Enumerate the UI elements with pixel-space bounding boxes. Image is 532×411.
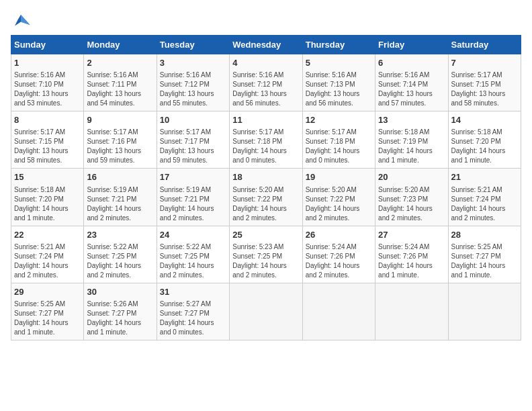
day-info: Sunrise: 5:23 AM Sunset: 7:25 PM Dayligh… (232, 242, 299, 280)
day-number: 15 (14, 171, 81, 183)
day-number: 21 (451, 171, 518, 183)
day-info: Sunrise: 5:17 AM Sunset: 7:17 PM Dayligh… (160, 128, 226, 165)
day-info: Sunrise: 5:22 AM Sunset: 7:25 PM Dayligh… (87, 242, 153, 280)
day-info: Sunrise: 5:17 AM Sunset: 7:15 PM Dayligh… (14, 128, 81, 165)
logo-icon (11, 11, 31, 31)
week-row-1: 1Sunrise: 5:16 AM Sunset: 7:10 PM Daylig… (11, 54, 521, 111)
calendar-cell: 2Sunrise: 5:16 AM Sunset: 7:11 PM Daylig… (84, 54, 157, 111)
day-number: 6 (378, 57, 445, 69)
svg-marker-1 (21, 15, 30, 25)
day-info: Sunrise: 5:21 AM Sunset: 7:24 PM Dayligh… (451, 185, 518, 223)
week-row-5: 29Sunrise: 5:25 AM Sunset: 7:27 PM Dayli… (11, 283, 521, 340)
day-number: 27 (378, 229, 445, 241)
day-number: 20 (378, 171, 445, 183)
day-number: 13 (378, 114, 445, 126)
calendar-cell: 20Sunrise: 5:20 AM Sunset: 7:23 PM Dayli… (375, 169, 448, 226)
calendar-cell: 11Sunrise: 5:17 AM Sunset: 7:18 PM Dayli… (230, 111, 302, 169)
day-info: Sunrise: 5:17 AM Sunset: 7:16 PM Dayligh… (87, 128, 153, 165)
calendar-cell: 10Sunrise: 5:17 AM Sunset: 7:17 PM Dayli… (157, 111, 229, 169)
day-info: Sunrise: 5:17 AM Sunset: 7:18 PM Dayligh… (232, 128, 299, 165)
day-number: 7 (451, 57, 518, 69)
day-number: 24 (160, 229, 226, 241)
day-number: 29 (14, 286, 81, 298)
week-row-2: 8Sunrise: 5:17 AM Sunset: 7:15 PM Daylig… (11, 111, 521, 169)
calendar-cell: 5Sunrise: 5:16 AM Sunset: 7:13 PM Daylig… (302, 54, 375, 111)
day-info: Sunrise: 5:24 AM Sunset: 7:26 PM Dayligh… (378, 242, 445, 280)
day-number: 10 (160, 114, 226, 126)
calendar-cell: 29Sunrise: 5:25 AM Sunset: 7:27 PM Dayli… (11, 283, 84, 340)
calendar-cell (448, 283, 521, 340)
day-number: 23 (87, 229, 153, 241)
day-info: Sunrise: 5:20 AM Sunset: 7:22 PM Dayligh… (232, 185, 299, 223)
day-number: 12 (306, 114, 372, 126)
day-number: 22 (14, 229, 81, 241)
day-info: Sunrise: 5:16 AM Sunset: 7:11 PM Dayligh… (87, 71, 153, 108)
header-tuesday: Tuesday (157, 36, 229, 54)
header-saturday: Saturday (448, 36, 521, 54)
calendar-cell (230, 283, 302, 340)
header-sunday: Sunday (11, 36, 84, 54)
logo (11, 11, 34, 31)
day-number: 2 (87, 57, 153, 69)
calendar-cell: 13Sunrise: 5:18 AM Sunset: 7:19 PM Dayli… (375, 111, 448, 169)
calendar-cell: 27Sunrise: 5:24 AM Sunset: 7:26 PM Dayli… (375, 226, 448, 283)
day-info: Sunrise: 5:16 AM Sunset: 7:12 PM Dayligh… (160, 71, 226, 108)
day-number: 3 (160, 57, 226, 69)
calendar-cell: 26Sunrise: 5:24 AM Sunset: 7:26 PM Dayli… (302, 226, 375, 283)
day-number: 11 (232, 114, 299, 126)
calendar-cell: 8Sunrise: 5:17 AM Sunset: 7:15 PM Daylig… (11, 111, 84, 169)
calendar-cell: 21Sunrise: 5:21 AM Sunset: 7:24 PM Dayli… (448, 169, 521, 226)
calendar-cell: 23Sunrise: 5:22 AM Sunset: 7:25 PM Dayli… (84, 226, 157, 283)
day-info: Sunrise: 5:16 AM Sunset: 7:10 PM Dayligh… (14, 71, 81, 108)
calendar-cell: 16Sunrise: 5:19 AM Sunset: 7:21 PM Dayli… (84, 169, 157, 226)
week-row-3: 15Sunrise: 5:18 AM Sunset: 7:20 PM Dayli… (11, 169, 521, 226)
header-wednesday: Wednesday (230, 36, 302, 54)
day-number: 17 (160, 171, 226, 183)
calendar-header-row: SundayMondayTuesdayWednesdayThursdayFrid… (11, 36, 521, 54)
day-info: Sunrise: 5:19 AM Sunset: 7:21 PM Dayligh… (160, 185, 226, 223)
calendar-cell: 9Sunrise: 5:17 AM Sunset: 7:16 PM Daylig… (84, 111, 157, 169)
calendar-cell: 25Sunrise: 5:23 AM Sunset: 7:25 PM Dayli… (230, 226, 302, 283)
calendar-cell: 1Sunrise: 5:16 AM Sunset: 7:10 PM Daylig… (11, 54, 84, 111)
day-info: Sunrise: 5:20 AM Sunset: 7:23 PM Dayligh… (378, 185, 445, 223)
day-info: Sunrise: 5:16 AM Sunset: 7:13 PM Dayligh… (306, 71, 372, 108)
calendar-cell: 18Sunrise: 5:20 AM Sunset: 7:22 PM Dayli… (230, 169, 302, 226)
day-info: Sunrise: 5:21 AM Sunset: 7:24 PM Dayligh… (14, 242, 81, 280)
day-number: 25 (232, 229, 299, 241)
day-number: 28 (451, 229, 518, 241)
day-number: 8 (14, 114, 81, 126)
calendar-cell (302, 283, 375, 340)
day-number: 14 (451, 114, 518, 126)
day-info: Sunrise: 5:22 AM Sunset: 7:25 PM Dayligh… (160, 242, 226, 280)
calendar-table: SundayMondayTuesdayWednesdayThursdayFrid… (11, 35, 521, 340)
day-info: Sunrise: 5:17 AM Sunset: 7:18 PM Dayligh… (306, 128, 372, 165)
day-number: 5 (306, 57, 372, 69)
day-info: Sunrise: 5:17 AM Sunset: 7:15 PM Dayligh… (451, 71, 518, 108)
week-row-4: 22Sunrise: 5:21 AM Sunset: 7:24 PM Dayli… (11, 226, 521, 283)
calendar-cell: 28Sunrise: 5:25 AM Sunset: 7:27 PM Dayli… (448, 226, 521, 283)
calendar-cell: 31Sunrise: 5:27 AM Sunset: 7:27 PM Dayli… (157, 283, 229, 340)
day-info: Sunrise: 5:18 AM Sunset: 7:19 PM Dayligh… (378, 128, 445, 165)
calendar-cell: 22Sunrise: 5:21 AM Sunset: 7:24 PM Dayli… (11, 226, 84, 283)
page-header (11, 11, 521, 31)
day-number: 31 (160, 286, 226, 298)
day-info: Sunrise: 5:20 AM Sunset: 7:22 PM Dayligh… (306, 185, 372, 223)
calendar-cell: 30Sunrise: 5:26 AM Sunset: 7:27 PM Dayli… (84, 283, 157, 340)
day-number: 1 (14, 57, 81, 69)
day-info: Sunrise: 5:24 AM Sunset: 7:26 PM Dayligh… (306, 242, 372, 280)
day-info: Sunrise: 5:18 AM Sunset: 7:20 PM Dayligh… (14, 185, 81, 223)
day-info: Sunrise: 5:27 AM Sunset: 7:27 PM Dayligh… (160, 300, 226, 337)
calendar-cell: 6Sunrise: 5:16 AM Sunset: 7:14 PM Daylig… (375, 54, 448, 111)
day-number: 18 (232, 171, 299, 183)
header-thursday: Thursday (302, 36, 375, 54)
day-info: Sunrise: 5:25 AM Sunset: 7:27 PM Dayligh… (14, 300, 81, 337)
calendar-cell: 7Sunrise: 5:17 AM Sunset: 7:15 PM Daylig… (448, 54, 521, 111)
day-number: 19 (306, 171, 372, 183)
header-friday: Friday (375, 36, 448, 54)
calendar-cell: 15Sunrise: 5:18 AM Sunset: 7:20 PM Dayli… (11, 169, 84, 226)
header-monday: Monday (84, 36, 157, 54)
day-number: 16 (87, 171, 153, 183)
day-number: 30 (87, 286, 153, 298)
calendar-cell: 3Sunrise: 5:16 AM Sunset: 7:12 PM Daylig… (157, 54, 229, 111)
calendar-cell: 12Sunrise: 5:17 AM Sunset: 7:18 PM Dayli… (302, 111, 375, 169)
